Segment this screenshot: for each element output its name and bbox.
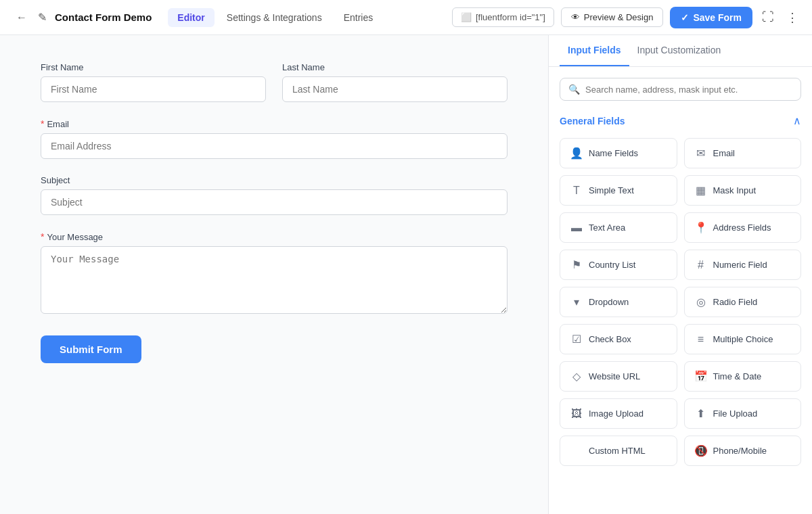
more-button[interactable]: ⋮	[784, 7, 801, 28]
shortcode-button[interactable]: ⬜ [fluentform id="1"]	[452, 7, 554, 27]
section-title: General Fields	[560, 116, 625, 126]
submit-button[interactable]: Submit Form	[41, 335, 141, 363]
message-group: * Your Message	[41, 231, 508, 314]
field-label-name-fields: Name Fields	[589, 148, 638, 158]
field-label-website-url: Website URL	[589, 371, 640, 381]
subject-row: Subject	[41, 175, 508, 215]
message-input[interactable]	[41, 246, 508, 314]
tab-editor[interactable]: Editor	[168, 8, 214, 27]
field-icon-phone-mobile: 📵	[694, 444, 708, 457]
first-name-label: First Name	[41, 62, 266, 72]
field-label-address-fields: Address Fields	[713, 223, 771, 233]
save-button[interactable]: ✓ Save Form	[670, 7, 752, 28]
field-item-address-fields[interactable]: 📍 Address Fields	[684, 212, 802, 243]
field-label-text-area: Text Area	[589, 223, 625, 233]
field-icon-numeric-field: #	[694, 259, 708, 271]
name-row: First Name Last Name	[41, 62, 508, 102]
panel-tabs: Input Fields Input Customization	[549, 35, 812, 67]
field-label-multiple-choice: Multiple Choice	[713, 334, 773, 344]
nav-tabs: Editor Settings & Integrations Entries	[168, 8, 447, 27]
email-input[interactable]	[41, 133, 508, 159]
shortcode-label: [fluentform id="1"]	[476, 12, 545, 22]
field-icon-name-fields: 👤	[570, 147, 583, 160]
section-toggle-button[interactable]: ∧	[793, 114, 801, 127]
search-icon: 🔍	[568, 84, 580, 95]
field-item-country-list[interactable]: ⚑ Country List	[560, 250, 677, 280]
save-label: Save Form	[693, 12, 742, 23]
field-item-website-url[interactable]: ◇ Website URL	[560, 361, 677, 392]
field-item-mask-input[interactable]: ▦ Mask Input	[684, 175, 802, 206]
field-label-check-box: Check Box	[589, 334, 631, 344]
email-group: * Email	[41, 118, 508, 159]
right-panel: Input Fields Input Customization 🔍 Gener…	[548, 35, 812, 514]
shortcode-icon: ⬜	[461, 12, 472, 22]
field-label-simple-text: Simple Text	[589, 185, 634, 195]
field-icon-text-area: ▬	[570, 222, 583, 234]
form-area: First Name Last Name * Email Subject	[0, 35, 548, 514]
field-label-custom-html: Custom HTML	[589, 446, 646, 456]
field-label-mask-input: Mask Input	[713, 185, 757, 195]
subject-input[interactable]	[41, 189, 508, 215]
field-icon-dropdown: ▾	[570, 296, 583, 308]
field-item-email[interactable]: ✉ Email	[684, 138, 802, 168]
field-icon-time-date: 📅	[694, 370, 708, 383]
field-item-simple-text[interactable]: T Simple Text	[560, 175, 677, 206]
last-name-label: Last Name	[282, 62, 508, 72]
tab-input-fields[interactable]: Input Fields	[560, 35, 629, 66]
tab-entries[interactable]: Entries	[334, 8, 383, 27]
field-item-name-fields[interactable]: 👤 Name Fields	[560, 138, 677, 168]
fields-grid: 👤 Name Fields ✉ Email T Simple Text ▦ Ma…	[560, 138, 801, 466]
field-label-image-upload: Image Upload	[589, 408, 644, 419]
preview-button[interactable]: 👁 Preview & Design	[561, 7, 664, 27]
field-icon-image-upload: 🖼	[570, 408, 583, 420]
field-item-file-upload[interactable]: ⬆ File Upload	[684, 398, 802, 429]
message-required-star: *	[41, 231, 44, 242]
panel-body: 🔍 General Fields ∧ 👤 Name Fields ✉ Email…	[549, 67, 812, 514]
field-icon-address-fields: 📍	[694, 221, 708, 234]
field-label-phone-mobile: Phone/Mobile	[713, 446, 767, 456]
last-name-input[interactable]	[282, 76, 508, 102]
field-icon-website-url: ◇	[570, 370, 583, 383]
save-icon: ✓	[681, 12, 689, 23]
tab-input-customization[interactable]: Input Customization	[629, 35, 729, 66]
field-icon-country-list: ⚑	[570, 258, 583, 271]
eye-icon: 👁	[571, 12, 580, 22]
field-label-dropdown: Dropdown	[589, 297, 629, 307]
general-fields-header: General Fields ∧	[560, 114, 801, 127]
field-label-time-date: Time & Date	[713, 371, 762, 381]
field-item-image-upload[interactable]: 🖼 Image Upload	[560, 398, 677, 429]
field-label-email: Email	[713, 148, 736, 158]
first-name-group: First Name	[41, 62, 266, 102]
search-input[interactable]	[585, 85, 792, 95]
topnav: ← ✎ Contact Form Demo Editor Settings & …	[0, 0, 812, 35]
back-button[interactable]: ←	[11, 9, 32, 26]
field-item-text-area[interactable]: ▬ Text Area	[560, 212, 677, 243]
field-icon-multiple-choice: ≡	[694, 333, 708, 346]
message-label: * Your Message	[41, 231, 508, 242]
message-row: * Your Message	[41, 231, 508, 314]
field-item-custom-html[interactable]: Custom HTML	[560, 436, 677, 466]
field-item-radio-field[interactable]: ◎ Radio Field	[684, 287, 802, 317]
field-item-dropdown[interactable]: ▾ Dropdown	[560, 287, 677, 317]
field-icon-email: ✉	[694, 147, 708, 160]
search-box: 🔍	[560, 78, 801, 101]
email-label: * Email	[41, 118, 508, 129]
field-icon-radio-field: ◎	[694, 296, 708, 308]
field-item-check-box[interactable]: ☑ Check Box	[560, 324, 677, 354]
tab-settings[interactable]: Settings & Integrations	[217, 8, 332, 27]
field-label-radio-field: Radio Field	[713, 297, 758, 307]
email-required-star: *	[41, 118, 44, 129]
first-name-input[interactable]	[41, 76, 266, 102]
field-label-file-upload: File Upload	[713, 408, 758, 419]
field-item-numeric-field[interactable]: # Numeric Field	[684, 250, 802, 280]
form-title: Contact Form Demo	[55, 11, 152, 23]
field-item-time-date[interactable]: 📅 Time & Date	[684, 361, 802, 392]
field-icon-file-upload: ⬆	[694, 407, 708, 420]
field-item-phone-mobile[interactable]: 📵 Phone/Mobile	[684, 436, 802, 466]
field-label-country-list: Country List	[589, 260, 635, 270]
field-icon-simple-text: T	[570, 185, 583, 197]
preview-label: Preview & Design	[584, 12, 654, 22]
fullscreen-button[interactable]: ⛶	[759, 7, 777, 27]
field-label-numeric-field: Numeric Field	[713, 260, 767, 270]
field-item-multiple-choice[interactable]: ≡ Multiple Choice	[684, 324, 802, 354]
